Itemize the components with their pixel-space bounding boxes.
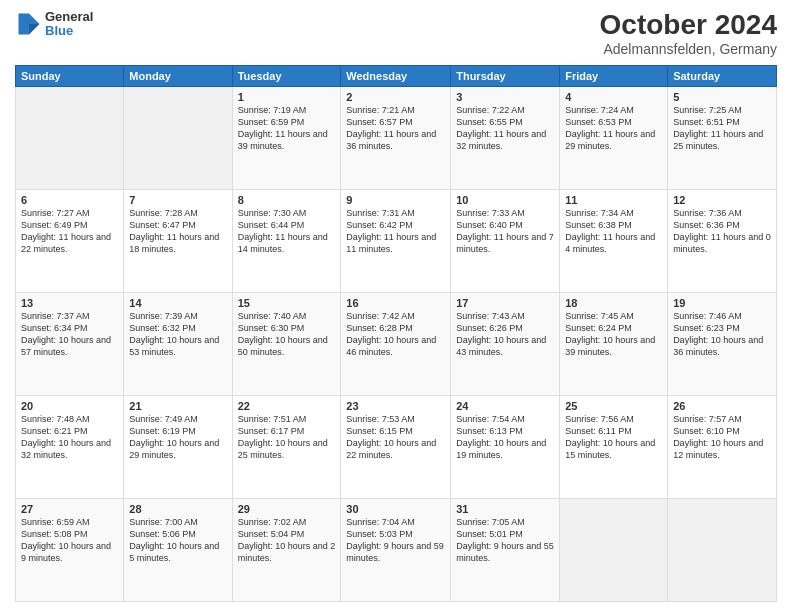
day-cell: 9Sunrise: 7:31 AM Sunset: 6:42 PM Daylig… bbox=[341, 189, 451, 292]
logo-line2: Blue bbox=[45, 24, 93, 38]
day-number: 17 bbox=[456, 297, 554, 309]
day-info: Sunrise: 7:28 AM Sunset: 6:47 PM Dayligh… bbox=[129, 207, 226, 256]
day-cell: 19Sunrise: 7:46 AM Sunset: 6:23 PM Dayli… bbox=[668, 292, 777, 395]
svg-rect-2 bbox=[19, 14, 30, 35]
header-row: SundayMondayTuesdayWednesdayThursdayFrid… bbox=[16, 65, 777, 86]
day-cell: 29Sunrise: 7:02 AM Sunset: 5:04 PM Dayli… bbox=[232, 498, 341, 601]
day-info: Sunrise: 7:27 AM Sunset: 6:49 PM Dayligh… bbox=[21, 207, 118, 256]
header-cell-tuesday: Tuesday bbox=[232, 65, 341, 86]
day-number: 12 bbox=[673, 194, 771, 206]
calendar-body: 1Sunrise: 7:19 AM Sunset: 6:59 PM Daylig… bbox=[16, 86, 777, 601]
day-info: Sunrise: 7:02 AM Sunset: 5:04 PM Dayligh… bbox=[238, 516, 336, 565]
logo: General Blue bbox=[15, 10, 93, 39]
day-info: Sunrise: 7:36 AM Sunset: 6:36 PM Dayligh… bbox=[673, 207, 771, 256]
header-cell-thursday: Thursday bbox=[451, 65, 560, 86]
title-block: October 2024 Adelmannsfelden, Germany bbox=[600, 10, 777, 57]
day-info: Sunrise: 7:00 AM Sunset: 5:06 PM Dayligh… bbox=[129, 516, 226, 565]
day-cell: 5Sunrise: 7:25 AM Sunset: 6:51 PM Daylig… bbox=[668, 86, 777, 189]
day-cell: 4Sunrise: 7:24 AM Sunset: 6:53 PM Daylig… bbox=[560, 86, 668, 189]
day-cell: 15Sunrise: 7:40 AM Sunset: 6:30 PM Dayli… bbox=[232, 292, 341, 395]
day-info: Sunrise: 7:57 AM Sunset: 6:10 PM Dayligh… bbox=[673, 413, 771, 462]
week-row-4: 20Sunrise: 7:48 AM Sunset: 6:21 PM Dayli… bbox=[16, 395, 777, 498]
day-number: 2 bbox=[346, 91, 445, 103]
day-cell: 25Sunrise: 7:56 AM Sunset: 6:11 PM Dayli… bbox=[560, 395, 668, 498]
day-cell: 30Sunrise: 7:04 AM Sunset: 5:03 PM Dayli… bbox=[341, 498, 451, 601]
day-cell: 28Sunrise: 7:00 AM Sunset: 5:06 PM Dayli… bbox=[124, 498, 232, 601]
day-number: 15 bbox=[238, 297, 336, 309]
calendar-subtitle: Adelmannsfelden, Germany bbox=[600, 41, 777, 57]
day-number: 8 bbox=[238, 194, 336, 206]
day-number: 24 bbox=[456, 400, 554, 412]
day-number: 7 bbox=[129, 194, 226, 206]
header-cell-friday: Friday bbox=[560, 65, 668, 86]
day-number: 14 bbox=[129, 297, 226, 309]
day-number: 25 bbox=[565, 400, 662, 412]
day-info: Sunrise: 7:37 AM Sunset: 6:34 PM Dayligh… bbox=[21, 310, 118, 359]
header-cell-sunday: Sunday bbox=[16, 65, 124, 86]
day-cell bbox=[16, 86, 124, 189]
day-info: Sunrise: 7:04 AM Sunset: 5:03 PM Dayligh… bbox=[346, 516, 445, 565]
day-cell: 27Sunrise: 6:59 AM Sunset: 5:08 PM Dayli… bbox=[16, 498, 124, 601]
day-info: Sunrise: 7:33 AM Sunset: 6:40 PM Dayligh… bbox=[456, 207, 554, 256]
day-number: 28 bbox=[129, 503, 226, 515]
day-cell: 14Sunrise: 7:39 AM Sunset: 6:32 PM Dayli… bbox=[124, 292, 232, 395]
logo-text: General Blue bbox=[45, 10, 93, 39]
day-info: Sunrise: 7:39 AM Sunset: 6:32 PM Dayligh… bbox=[129, 310, 226, 359]
day-cell bbox=[560, 498, 668, 601]
day-number: 1 bbox=[238, 91, 336, 103]
day-info: Sunrise: 7:51 AM Sunset: 6:17 PM Dayligh… bbox=[238, 413, 336, 462]
day-info: Sunrise: 7:54 AM Sunset: 6:13 PM Dayligh… bbox=[456, 413, 554, 462]
calendar-table: SundayMondayTuesdayWednesdayThursdayFrid… bbox=[15, 65, 777, 602]
day-info: Sunrise: 7:43 AM Sunset: 6:26 PM Dayligh… bbox=[456, 310, 554, 359]
header-cell-monday: Monday bbox=[124, 65, 232, 86]
day-cell: 21Sunrise: 7:49 AM Sunset: 6:19 PM Dayli… bbox=[124, 395, 232, 498]
day-cell: 24Sunrise: 7:54 AM Sunset: 6:13 PM Dayli… bbox=[451, 395, 560, 498]
day-cell: 11Sunrise: 7:34 AM Sunset: 6:38 PM Dayli… bbox=[560, 189, 668, 292]
day-cell: 3Sunrise: 7:22 AM Sunset: 6:55 PM Daylig… bbox=[451, 86, 560, 189]
day-cell: 16Sunrise: 7:42 AM Sunset: 6:28 PM Dayli… bbox=[341, 292, 451, 395]
day-number: 30 bbox=[346, 503, 445, 515]
header-cell-saturday: Saturday bbox=[668, 65, 777, 86]
day-cell: 10Sunrise: 7:33 AM Sunset: 6:40 PM Dayli… bbox=[451, 189, 560, 292]
day-cell: 17Sunrise: 7:43 AM Sunset: 6:26 PM Dayli… bbox=[451, 292, 560, 395]
day-number: 19 bbox=[673, 297, 771, 309]
day-number: 29 bbox=[238, 503, 336, 515]
day-info: Sunrise: 7:24 AM Sunset: 6:53 PM Dayligh… bbox=[565, 104, 662, 153]
header: General Blue October 2024 Adelmannsfelde… bbox=[15, 10, 777, 57]
day-number: 6 bbox=[21, 194, 118, 206]
day-info: Sunrise: 7:31 AM Sunset: 6:42 PM Dayligh… bbox=[346, 207, 445, 256]
day-info: Sunrise: 7:21 AM Sunset: 6:57 PM Dayligh… bbox=[346, 104, 445, 153]
header-cell-wednesday: Wednesday bbox=[341, 65, 451, 86]
day-info: Sunrise: 7:34 AM Sunset: 6:38 PM Dayligh… bbox=[565, 207, 662, 256]
day-cell: 23Sunrise: 7:53 AM Sunset: 6:15 PM Dayli… bbox=[341, 395, 451, 498]
day-number: 13 bbox=[21, 297, 118, 309]
day-info: Sunrise: 7:05 AM Sunset: 5:01 PM Dayligh… bbox=[456, 516, 554, 565]
day-number: 18 bbox=[565, 297, 662, 309]
day-cell: 26Sunrise: 7:57 AM Sunset: 6:10 PM Dayli… bbox=[668, 395, 777, 498]
day-number: 3 bbox=[456, 91, 554, 103]
day-cell: 8Sunrise: 7:30 AM Sunset: 6:44 PM Daylig… bbox=[232, 189, 341, 292]
day-info: Sunrise: 7:22 AM Sunset: 6:55 PM Dayligh… bbox=[456, 104, 554, 153]
day-cell: 12Sunrise: 7:36 AM Sunset: 6:36 PM Dayli… bbox=[668, 189, 777, 292]
day-number: 22 bbox=[238, 400, 336, 412]
logo-icon bbox=[15, 10, 43, 38]
calendar-header: SundayMondayTuesdayWednesdayThursdayFrid… bbox=[16, 65, 777, 86]
day-info: Sunrise: 7:45 AM Sunset: 6:24 PM Dayligh… bbox=[565, 310, 662, 359]
day-number: 16 bbox=[346, 297, 445, 309]
day-cell: 6Sunrise: 7:27 AM Sunset: 6:49 PM Daylig… bbox=[16, 189, 124, 292]
day-info: Sunrise: 7:48 AM Sunset: 6:21 PM Dayligh… bbox=[21, 413, 118, 462]
day-number: 5 bbox=[673, 91, 771, 103]
day-cell: 31Sunrise: 7:05 AM Sunset: 5:01 PM Dayli… bbox=[451, 498, 560, 601]
calendar-title: October 2024 bbox=[600, 10, 777, 41]
day-number: 31 bbox=[456, 503, 554, 515]
day-info: Sunrise: 7:42 AM Sunset: 6:28 PM Dayligh… bbox=[346, 310, 445, 359]
day-info: Sunrise: 7:40 AM Sunset: 6:30 PM Dayligh… bbox=[238, 310, 336, 359]
day-info: Sunrise: 7:46 AM Sunset: 6:23 PM Dayligh… bbox=[673, 310, 771, 359]
day-cell: 13Sunrise: 7:37 AM Sunset: 6:34 PM Dayli… bbox=[16, 292, 124, 395]
day-number: 26 bbox=[673, 400, 771, 412]
day-info: Sunrise: 7:30 AM Sunset: 6:44 PM Dayligh… bbox=[238, 207, 336, 256]
svg-marker-1 bbox=[29, 24, 40, 35]
day-number: 20 bbox=[21, 400, 118, 412]
day-number: 23 bbox=[346, 400, 445, 412]
day-info: Sunrise: 6:59 AM Sunset: 5:08 PM Dayligh… bbox=[21, 516, 118, 565]
